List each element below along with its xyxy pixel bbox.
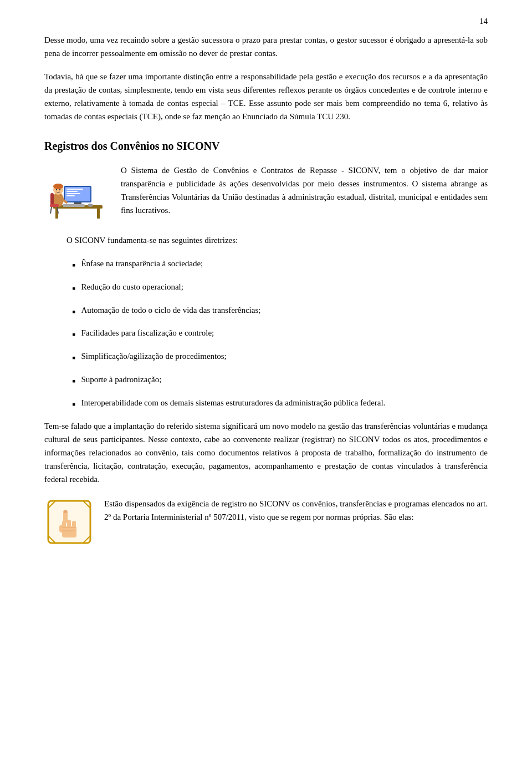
bullet-marker: ▪ — [72, 397, 75, 413]
svg-point-14 — [53, 184, 63, 189]
svg-rect-11 — [63, 204, 85, 207]
svg-rect-2 — [97, 209, 100, 219]
bottom-image-block: Estão dispensados da exigência de regist… — [44, 497, 488, 547]
bullet-text: Suporte à padronização; — [81, 373, 161, 386]
svg-rect-31 — [67, 520, 71, 530]
bullet-list: ▪Ênfase na transparência à sociedade;▪Re… — [72, 257, 488, 413]
svg-rect-19 — [50, 193, 54, 205]
svg-rect-9 — [66, 193, 80, 194]
bullet-item: ▪Ênfase na transparência à sociedade; — [72, 257, 488, 273]
siconv-image-block: O Sistema de Gestão de Convênios e Contr… — [44, 164, 488, 225]
svg-rect-10 — [66, 195, 75, 196]
bullet-item: ▪Automação de todo o ciclo de vida das t… — [72, 303, 488, 320]
bullet-text: Redução do custo operacional; — [81, 280, 183, 293]
hand-pointing-image — [44, 497, 94, 547]
bullet-marker: ▪ — [72, 327, 75, 343]
svg-line-21 — [50, 207, 52, 214]
svg-rect-8 — [66, 191, 78, 192]
bullet-item: ▪Interoperabilidade com os demais sistem… — [72, 396, 488, 413]
svg-point-23 — [88, 204, 93, 207]
svg-point-15 — [56, 189, 57, 190]
dispensed-description: Estão dispensados da exigência de regist… — [104, 497, 488, 524]
svg-rect-35 — [59, 525, 64, 532]
paragraph-4-intro: O SICONV fundamenta-se nas seguintes dir… — [66, 234, 488, 247]
page: 14 Desse modo, uma vez recaindo sobre a … — [0, 0, 532, 776]
bullet-text: Interoperabilidade com os demais sistema… — [81, 396, 385, 409]
bullet-text: Facilidades para fiscalização e controle… — [81, 326, 214, 339]
bullet-text: Simplificação/agilização de procedimento… — [81, 349, 226, 363]
bullet-marker: ▪ — [72, 281, 75, 297]
bullet-item: ▪Redução do custo operacional; — [72, 280, 488, 297]
paragraph-5: Tem-se falado que a implantação do refer… — [44, 419, 488, 486]
bullet-marker: ▪ — [72, 257, 75, 273]
bullet-item: ▪Suporte à padronização; — [72, 373, 488, 389]
siconv-computer-image — [44, 164, 111, 225]
paragraph-2: Todavia, há que se fazer uma importante … — [44, 70, 488, 123]
siconv-description: O Sistema de Gestão de Convênios e Contr… — [121, 164, 488, 217]
bullet-marker: ▪ — [72, 373, 75, 389]
svg-rect-32 — [72, 521, 76, 530]
section-title: Registros dos Convênios no SICONV — [44, 140, 488, 153]
page-number: 14 — [479, 17, 488, 26]
bullet-marker: ▪ — [72, 304, 75, 320]
svg-point-16 — [59, 189, 60, 190]
bullet-item: ▪Facilidades para fiscalização e control… — [72, 326, 488, 343]
bullet-marker: ▪ — [72, 350, 75, 366]
paragraph-1: Desse modo, uma vez recaindo sobre a ges… — [44, 33, 488, 60]
svg-rect-20 — [50, 204, 59, 207]
bullet-item: ▪Simplificação/agilização de procediment… — [72, 349, 488, 366]
bullet-text: Ênfase na transparência à sociedade; — [81, 257, 203, 270]
svg-rect-7 — [66, 189, 83, 190]
bullet-text: Automação de todo o ciclo de vida das tr… — [81, 303, 260, 317]
svg-rect-34 — [64, 510, 67, 513]
